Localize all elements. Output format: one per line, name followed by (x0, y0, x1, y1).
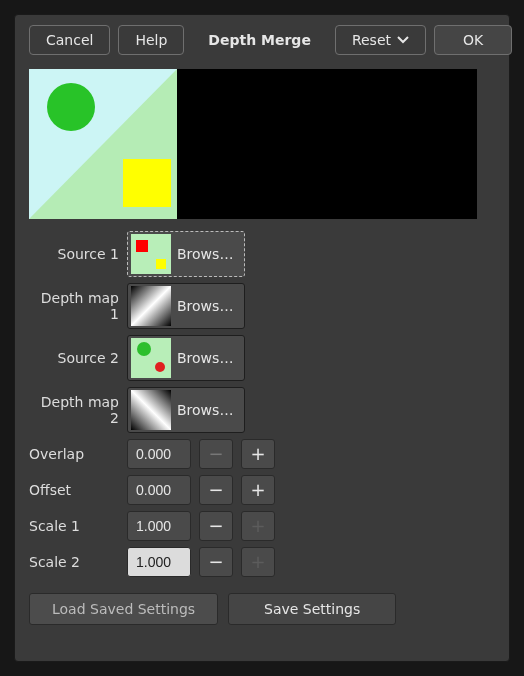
depthmap1-browse-label: Browse... (177, 298, 238, 314)
dialog-title: Depth Merge (200, 32, 319, 48)
scale2-minus-button[interactable]: − (199, 547, 233, 577)
source1-browse-label: Browse... (177, 246, 238, 262)
scale1-minus-button[interactable]: − (199, 511, 233, 541)
scale2-label: Scale 2 (29, 554, 119, 570)
chevron-down-icon (397, 36, 409, 44)
depthmap2-picker[interactable]: Browse... (127, 387, 245, 433)
source1-row: Source 1 Browse... (29, 231, 495, 277)
depthmap1-picker[interactable]: Browse... (127, 283, 245, 329)
overlap-plus-button[interactable]: + (241, 439, 275, 469)
depthmap1-row: Depth map 1 Browse... (29, 283, 495, 329)
scale1-label: Scale 1 (29, 518, 119, 534)
source2-picker[interactable]: Browse... (127, 335, 245, 381)
offset-input[interactable] (127, 475, 191, 505)
scale1-plus-button[interactable]: + (241, 511, 275, 541)
source2-thumb-icon (131, 338, 171, 378)
depthmap2-thumb-icon (131, 390, 171, 430)
preview-graphic (29, 69, 177, 219)
offset-row: Offset − + (29, 475, 495, 505)
svg-rect-3 (123, 159, 171, 207)
cancel-button[interactable]: Cancel (29, 25, 110, 55)
content-area: Source 1 Browse... Depth map 1 Browse...… (15, 63, 509, 661)
offset-minus-button[interactable]: − (199, 475, 233, 505)
depthmap2-label: Depth map 2 (29, 394, 119, 426)
offset-plus-button[interactable]: + (241, 475, 275, 505)
overlap-row: Overlap − + (29, 439, 495, 469)
source1-label: Source 1 (29, 246, 119, 262)
offset-label: Offset (29, 482, 119, 498)
depthmap2-browse-label: Browse... (177, 402, 238, 418)
scale2-input[interactable] (127, 547, 191, 577)
depthmap2-row: Depth map 2 Browse... (29, 387, 495, 433)
scale1-input[interactable] (127, 511, 191, 541)
preview-image (29, 69, 477, 219)
scale1-row: Scale 1 − + (29, 511, 495, 541)
svg-point-2 (47, 83, 95, 131)
toolbar: Cancel Help Depth Merge Reset OK (15, 15, 509, 63)
ok-button[interactable]: OK (434, 25, 512, 55)
depthmap1-thumb-icon (131, 286, 171, 326)
load-saved-settings-button[interactable]: Load Saved Settings (29, 593, 218, 625)
reset-button[interactable]: Reset (335, 25, 426, 55)
reset-label: Reset (352, 32, 391, 48)
scale2-plus-button[interactable]: + (241, 547, 275, 577)
overlap-input[interactable] (127, 439, 191, 469)
save-settings-button[interactable]: Save Settings (228, 593, 396, 625)
help-button[interactable]: Help (118, 25, 184, 55)
dialog-frame: Cancel Help Depth Merge Reset OK Source … (14, 14, 510, 662)
scale2-row: Scale 2 − + (29, 547, 495, 577)
depthmap1-label: Depth map 1 (29, 290, 119, 322)
overlap-label: Overlap (29, 446, 119, 462)
overlap-minus-button[interactable]: − (199, 439, 233, 469)
bottom-row: Load Saved Settings Save Settings (29, 593, 495, 625)
source1-picker[interactable]: Browse... (127, 231, 245, 277)
source2-browse-label: Browse... (177, 350, 238, 366)
source2-row: Source 2 Browse... (29, 335, 495, 381)
source1-thumb-icon (131, 234, 171, 274)
source2-label: Source 2 (29, 350, 119, 366)
